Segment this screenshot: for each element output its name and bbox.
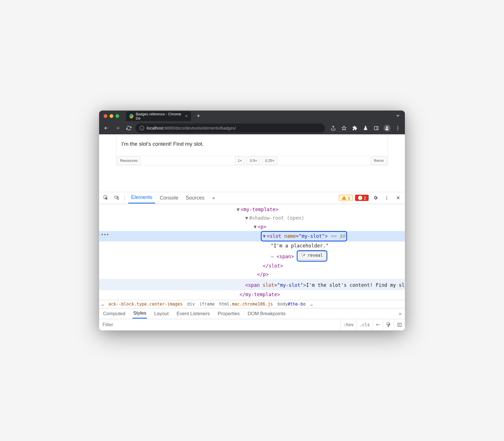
dom-node[interactable]: ▼<p> xyxy=(99,222,405,231)
svg-point-9 xyxy=(398,129,398,130)
svg-point-6 xyxy=(386,126,388,128)
breadcrumb-item[interactable]: body#the-bo xyxy=(277,302,306,307)
breadcrumb-item[interactable]: div xyxy=(187,302,195,307)
browser-toolbar: localhost:8080/docs/devtools/elements/ba… xyxy=(99,122,405,134)
info-icon xyxy=(139,126,144,131)
chrome-favicon-icon xyxy=(129,114,133,118)
svg-marker-3 xyxy=(342,126,346,130)
breadcrumb-item[interactable]: ack--block.type.center-images xyxy=(108,302,183,307)
hov-button[interactable]: :hov xyxy=(340,319,356,330)
dom-tree[interactable]: ▼<my-template> ▼#shadow-root (open) ▼<p>… xyxy=(99,204,405,300)
more-tabs-icon[interactable]: » xyxy=(209,193,218,202)
svg-rect-4 xyxy=(374,126,378,130)
svg-point-15 xyxy=(386,196,387,197)
close-window-button[interactable] xyxy=(104,114,107,118)
settings-icon[interactable] xyxy=(371,193,380,202)
rerun-button[interactable]: Rerun xyxy=(371,156,387,165)
maximize-window-button[interactable] xyxy=(116,114,119,118)
dom-node[interactable]: "I'm a placeholder." xyxy=(99,241,405,250)
demo-box: I'm the slot's content! Find my slot. Re… xyxy=(116,135,388,166)
new-rule-button[interactable]: +▾ xyxy=(373,319,383,330)
traffic-lights xyxy=(104,114,119,118)
expand-arrow-icon[interactable]: ▼ xyxy=(263,232,267,241)
expand-arrow-icon[interactable]: ▼ xyxy=(245,214,249,222)
dom-breakpoints-tab[interactable]: DOM Breakpoints xyxy=(247,309,286,318)
dom-node[interactable]: </my-template> xyxy=(99,290,405,299)
resources-button[interactable]: Resources xyxy=(117,156,141,165)
sources-tab[interactable]: Sources xyxy=(183,193,207,203)
styles-tab[interactable]: Styles xyxy=(133,309,147,319)
slot-content-text: I'm the slot's content! Find my slot. xyxy=(116,136,388,156)
new-tab-button[interactable]: + xyxy=(197,113,200,119)
address-bar[interactable]: localhost:8080/docs/devtools/elements/ba… xyxy=(135,124,325,133)
titlebar: Badges reference - Chrome De × + xyxy=(99,111,405,122)
warnings-badge[interactable]: 1 xyxy=(339,195,353,201)
svg-rect-24 xyxy=(398,323,401,326)
collapse-icon[interactable] xyxy=(394,319,405,330)
browser-tab[interactable]: Badges reference - Chrome De × xyxy=(126,111,191,121)
breadcrumb-item[interactable]: iframe xyxy=(199,302,215,307)
svg-point-7 xyxy=(398,126,398,127)
dom-breadcrumb[interactable]: … ack--block.type.center-images div ifra… xyxy=(99,300,405,308)
computed-tab[interactable]: Computed xyxy=(102,309,126,318)
page-content: I'm the slot's content! Find my slot. Re… xyxy=(99,135,405,192)
devtools-tabbar: Elements Console Sources » 1 !2 xyxy=(99,192,405,204)
minimize-window-button[interactable] xyxy=(110,114,113,118)
svg-point-16 xyxy=(386,198,387,198)
expand-arrow-icon[interactable]: ▼ xyxy=(254,222,258,231)
console-tab[interactable]: Console xyxy=(157,193,181,203)
properties-tab[interactable]: Properties xyxy=(217,309,240,318)
breadcrumb-ellipsis[interactable]: … xyxy=(101,302,104,307)
url-text: localhost:8080/docs/devtools/elements/ba… xyxy=(147,126,236,130)
svg-rect-22 xyxy=(387,323,389,325)
selection-dots-icon: ••• xyxy=(101,231,109,239)
bookmark-icon[interactable] xyxy=(339,123,349,133)
layout-tab[interactable]: Layout xyxy=(154,309,169,318)
forward-button[interactable] xyxy=(113,123,122,133)
event-listeners-tab[interactable]: Event Listeners xyxy=(176,309,210,318)
device-toggle-icon[interactable] xyxy=(112,193,121,202)
elements-tab[interactable]: Elements xyxy=(128,192,155,203)
tab-close-icon[interactable]: × xyxy=(185,114,188,119)
toolbar-right-icons xyxy=(328,123,403,133)
svg-point-17 xyxy=(386,199,387,200)
reload-button[interactable] xyxy=(124,123,134,133)
browser-window: Badges reference - Chrome De × + localho… xyxy=(99,111,405,331)
dom-node[interactable]: ↪ <span> reveal xyxy=(99,250,405,262)
dom-node[interactable]: ▼#shadow-root (open) xyxy=(99,214,405,222)
svg-point-8 xyxy=(398,128,398,128)
svg-text:!: ! xyxy=(360,196,360,200)
tab-title: Badges reference - Chrome De xyxy=(136,112,181,120)
svg-rect-23 xyxy=(388,326,389,327)
extensions-icon[interactable] xyxy=(350,123,360,133)
dom-node[interactable]: </slot> xyxy=(99,262,405,270)
devtools-menu-icon[interactable] xyxy=(382,193,391,202)
breadcrumb-ellipsis[interactable]: … xyxy=(310,302,313,307)
labs-icon[interactable] xyxy=(361,123,370,133)
cls-button[interactable]: .cls xyxy=(356,319,373,330)
styles-tabbar: Computed Styles Layout Event Listeners P… xyxy=(99,308,405,319)
share-icon[interactable] xyxy=(328,123,338,133)
dom-node[interactable]: <span slot="my-slot">I'm the slot's cont… xyxy=(99,279,405,290)
inspect-icon[interactable] xyxy=(101,193,110,202)
reveal-badge[interactable]: reveal xyxy=(299,251,325,260)
menu-icon[interactable] xyxy=(393,123,403,133)
paint-icon[interactable] xyxy=(383,319,394,330)
zoom-05x-button[interactable]: 0.5× xyxy=(247,156,260,165)
dom-node[interactable]: </p> xyxy=(99,270,405,279)
tab-dropdown-icon[interactable] xyxy=(395,113,400,119)
devtools-panel: Elements Console Sources » 1 !2 ▼<my-tem… xyxy=(99,192,405,331)
panel-icon[interactable] xyxy=(371,123,381,133)
expand-arrow-icon[interactable]: ▼ xyxy=(237,205,241,214)
dom-node-selected[interactable]: ••• ▼<slot name="my-slot"> == $0 xyxy=(99,231,405,241)
zoom-1x-button[interactable]: 1× xyxy=(235,156,245,165)
dom-node[interactable]: ▼<my-template> xyxy=(99,205,405,214)
zoom-025x-button[interactable]: 0.25× xyxy=(262,156,277,165)
breadcrumb-item[interactable]: html.mac.chrome106.js xyxy=(219,302,273,307)
errors-badge[interactable]: !2 xyxy=(355,195,369,201)
profile-avatar[interactable] xyxy=(382,123,392,133)
devtools-close-icon[interactable] xyxy=(394,193,403,202)
back-button[interactable] xyxy=(101,123,111,133)
styles-filter-input[interactable] xyxy=(99,322,340,328)
more-styles-tabs-icon[interactable]: » xyxy=(399,311,402,317)
